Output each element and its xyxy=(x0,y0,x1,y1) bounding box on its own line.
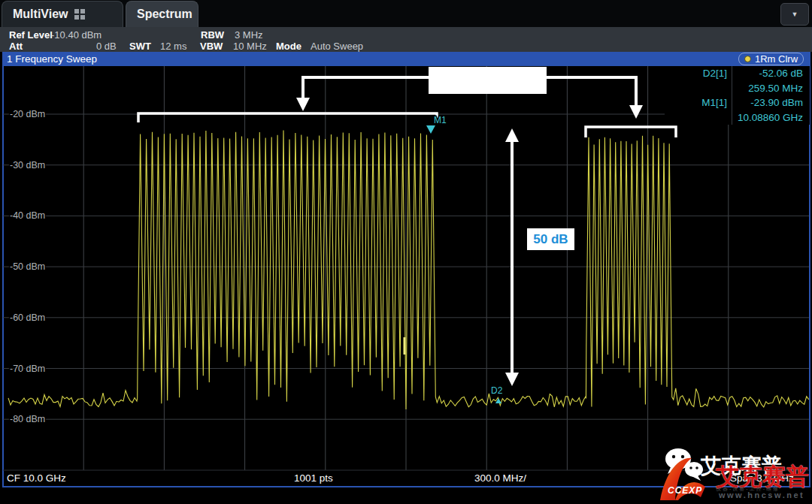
marker-row-d2-freq: 259.50 MHz xyxy=(665,81,810,96)
ref-level-label[interactable]: Ref Level xyxy=(9,29,53,41)
rbw-label[interactable]: RBW xyxy=(201,29,224,41)
tab-dropdown-button[interactable]: ▼ xyxy=(780,3,809,26)
tab-multiview[interactable]: MultiView xyxy=(2,1,123,27)
marker-m1-name: M1[1] xyxy=(665,95,732,110)
watermark-url: www.hncsw.net xyxy=(719,490,804,499)
tab-multiview-label: MultiView xyxy=(13,8,68,21)
footer-bar: CF 10.0 GHz 1001 pts 300.0 MHz/ Span 3.0… xyxy=(4,471,809,486)
vbw-label[interactable]: VBW xyxy=(200,41,223,52)
tab-spectrum-label: Spectrum xyxy=(137,8,192,21)
att-value[interactable]: 0 dB xyxy=(96,41,117,52)
marker-m1-frequency: 10.08860 GHz xyxy=(732,110,805,125)
spectrum-analyzer-screen: MultiView Spectrum ▼ Ref Level -10.40 dB… xyxy=(0,0,812,504)
trace-indicator[interactable]: 1Rm Clrw xyxy=(738,53,804,65)
per-division-field[interactable]: 300.0 MHz/ xyxy=(474,471,526,486)
multiview-grid-icon xyxy=(74,9,85,20)
span-field[interactable]: Span 3.0 GHz xyxy=(730,471,794,486)
swt-value[interactable]: 12 ms xyxy=(160,41,186,52)
marker-row-m1-freq: 10.08860 GHz xyxy=(665,110,810,125)
marker-d2-frequency: 259.50 MHz xyxy=(732,81,805,96)
chevron-down-icon: ▼ xyxy=(792,11,798,18)
tab-bar: MultiView Spectrum ▼ xyxy=(0,0,812,27)
marker-d2-name: D2[1] xyxy=(665,66,732,81)
rbw-value[interactable]: 3 MHz xyxy=(235,29,263,41)
mode-label[interactable]: Mode xyxy=(276,41,301,52)
mode-value[interactable]: Auto Sweep xyxy=(311,41,363,52)
swt-label[interactable]: SWT xyxy=(129,41,151,52)
vbw-value[interactable]: 10 MHz xyxy=(233,41,267,52)
window-title-bar[interactable]: 1 Frequency Sweep xyxy=(2,52,810,66)
delta-annotation-label: 50 dB xyxy=(527,228,574,250)
trace-color-dot-icon xyxy=(744,56,751,62)
tab-spectrum[interactable]: Spectrum xyxy=(126,1,198,27)
marker-d2-level: -52.06 dB xyxy=(732,66,805,81)
trace-indicator-label: 1Rm Clrw xyxy=(755,53,798,65)
window-title: 1 Frequency Sweep xyxy=(7,53,97,65)
marker-table: D2[1] -52.06 dB 259.50 MHz M1[1] -23.90 … xyxy=(665,66,810,125)
marker-m1-level: -23.90 dBm xyxy=(732,95,805,110)
marker-row-d2: D2[1] -52.06 dB xyxy=(665,66,810,81)
center-frequency-field[interactable]: CF 10.0 GHz xyxy=(7,471,66,486)
sweep-points-field[interactable]: 1001 pts xyxy=(294,471,333,486)
settings-bar: Ref Level -10.40 dBm RBW 3 MHz Att 0 dB … xyxy=(0,27,812,52)
att-label[interactable]: Att xyxy=(9,41,23,52)
marker-row-m1: M1[1] -23.90 dBm xyxy=(665,95,810,110)
ref-level-value[interactable]: -10.40 dBm xyxy=(51,29,102,41)
